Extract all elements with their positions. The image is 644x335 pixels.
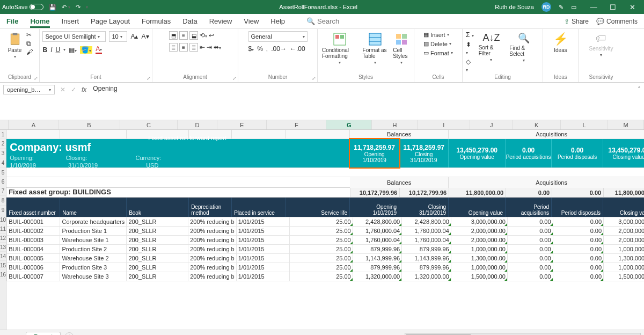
column-header[interactable]: L [561,120,609,129]
wrap-text-icon[interactable]: ↩ [209,32,214,39]
column-header[interactable]: M [608,120,644,129]
save-icon[interactable]: 💾 [49,4,56,11]
data-table[interactable]: BUIL-000001Corporate headquarters200_SLL… [6,217,644,281]
align-left-icon[interactable]: ≣ [169,43,178,52]
decrease-decimal-icon[interactable]: ←.00 [290,45,305,53]
fx-icon[interactable]: fx [82,86,86,93]
row-header[interactable]: 13 [0,243,6,252]
tab-review[interactable]: Review [209,17,232,25]
cut-icon[interactable]: ✂ [26,31,32,39]
name-box[interactable]: opening_b…▾ [3,85,55,94]
align-top-icon[interactable]: ⬒ [169,31,178,40]
tab-help[interactable]: Help [270,17,285,25]
table-row[interactable]: BUIL-000007Warehouse Site 3200_SLLR200% … [7,272,644,281]
formula-bar[interactable]: Opening [89,83,644,94]
column-header[interactable]: E [217,120,267,129]
column-header[interactable]: F [267,120,326,129]
user-avatar[interactable]: RD [541,2,551,12]
minimize-button[interactable]: — [584,3,603,11]
row-header[interactable]: 10 [0,215,6,224]
column-header[interactable]: B [58,120,120,129]
percent-format-icon[interactable]: % [257,45,263,53]
copy-icon[interactable]: ⧉ [26,40,31,47]
row-header[interactable]: 16 [0,270,6,279]
cancel-formula-icon[interactable]: ✕ [60,86,65,93]
table-row[interactable]: BUIL-000004Production Site 2200_SLLR200%… [7,245,644,254]
user-name[interactable]: Ruth de Souza [495,4,534,10]
decrease-indent-icon[interactable]: ⇤ [200,43,205,51]
alignment-dialog-icon[interactable]: ⤢ [232,76,237,81]
column-header[interactable]: J [470,120,513,129]
italic-button[interactable]: I [50,46,52,54]
increase-font-icon[interactable]: A▴ [130,33,138,40]
ideas-button[interactable]: ⚡ Ideas [552,31,569,54]
sheet-tab-report[interactable]: Report [26,332,61,335]
cell-styles-button[interactable]: Cell Styles▾ [392,31,411,66]
font-name-select[interactable]: Segoe UI Semilight▾ [42,31,106,42]
increase-decimal-icon[interactable]: .00→ [271,45,287,53]
accounting-format-icon[interactable]: $▾ [248,45,254,53]
row-header[interactable]: 15 [0,261,6,270]
number-dialog-icon[interactable]: ⤢ [312,76,316,81]
table-row[interactable]: BUIL-000002Production Site 1200_SLLR200%… [7,227,644,236]
delete-cells-button[interactable]: ▤ Delete ▾ [423,40,451,47]
tab-file[interactable]: File [6,17,18,25]
merge-center-icon[interactable]: ⬌▾ [214,43,221,51]
clipboard-dialog-icon[interactable]: ⤢ [34,76,38,81]
row-header[interactable]: 6 [0,177,6,186]
column-header[interactable]: G [326,120,372,129]
paste-button[interactable]: Paste▾ [7,31,23,60]
font-size-select[interactable]: 10▾ [109,31,127,42]
horizontal-scrollbar[interactable]: ◂▸ [405,333,641,336]
find-select-button[interactable]: 🔍 Find & Select▾ [508,31,539,64]
add-sheet-button[interactable]: + [65,332,74,336]
formula-bar-collapse-icon[interactable]: ˄ [638,86,641,93]
clear-icon[interactable]: ◇ ▾ [466,58,474,73]
align-bottom-icon[interactable]: ⬓ [189,31,198,40]
row-header[interactable]: 7 [0,186,6,196]
autosave-toggle[interactable]: AutoSave [2,4,43,10]
coming-soon-icon[interactable]: ✎ [559,4,564,11]
sheet-nav-prev-icon[interactable]: ◂ [3,333,6,336]
tab-insert[interactable]: Insert [62,17,79,25]
column-header[interactable]: D [178,120,217,129]
format-painter-icon[interactable]: 🖌 [26,48,33,56]
format-cells-button[interactable]: ▭ Format ▾ [423,49,453,56]
insert-cells-button[interactable]: ▦ Insert ▾ [423,31,449,38]
tab-view[interactable]: View [244,17,259,25]
tab-formulas[interactable]: Formulas [142,17,171,25]
decrease-font-icon[interactable]: A▾ [142,33,149,40]
redo-icon[interactable]: ↷ [76,4,80,11]
autosum-icon[interactable]: Σ ▾ [466,31,474,39]
row-header[interactable]: 9 [0,206,6,215]
close-button[interactable]: ✕ [623,3,642,11]
row-header[interactable]: 8 [0,196,6,206]
table-row[interactable]: BUIL-000001Corporate headquarters200_SLL… [7,217,644,227]
number-format-select[interactable]: General▾ [248,31,308,42]
comma-format-icon[interactable]: , [266,45,268,53]
format-as-table-button[interactable]: Format as Table▾ [362,31,389,66]
row-header[interactable]: 12 [0,234,6,243]
font-dialog-icon[interactable]: ⤢ [147,76,151,81]
increase-indent-icon[interactable]: ⇥ [207,43,212,51]
orientation-icon[interactable]: ⟲▾ [200,32,207,39]
undo-icon[interactable]: ↶▾ [62,4,70,11]
tell-me-search[interactable]: 🔍 Search [306,17,339,25]
row-header[interactable]: 2 [0,139,6,149]
align-middle-icon[interactable]: ≡ [179,31,188,40]
column-header[interactable]: H [372,120,418,129]
row-header[interactable]: 11 [0,224,6,234]
row-header[interactable]: 4 [0,158,6,168]
selected-cell-indicator[interactable]: 11,718,259.97 Opening 1/10/2019 [350,139,399,168]
row-header[interactable]: 1 [0,130,6,139]
tab-home[interactable]: Home [30,17,49,25]
column-header[interactable]: C [120,120,178,129]
fill-icon[interactable]: ⬍ ▾ [466,41,474,56]
share-button[interactable]: ⇪Share [564,18,589,25]
column-header[interactable]: A [9,120,58,129]
font-color-button[interactable]: A▾ [96,45,102,54]
enter-formula-icon[interactable]: ✓ [71,86,76,93]
table-row[interactable]: BUIL-000006Production Site 3200_SLLR200%… [7,263,644,272]
qat-customize-icon[interactable]: ▾ [86,5,88,10]
border-button[interactable]: ▦▾ [69,46,77,54]
